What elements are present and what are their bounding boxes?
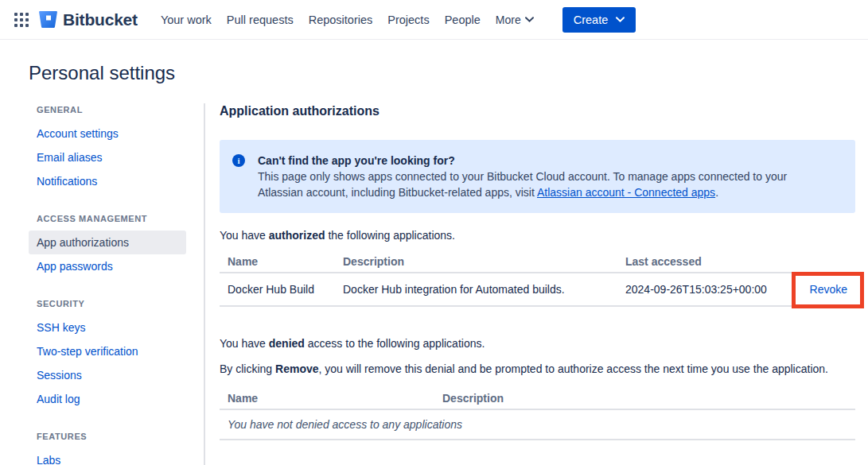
sidebar-item-sessions[interactable]: Sessions [29,363,186,387]
authorized-intro: You have authorized the following applic… [220,227,855,243]
revoke-link[interactable]: Revoke [810,283,847,296]
info-panel: i Can't find the app you're looking for?… [220,140,855,213]
info-panel-title: Can't find the app you're looking for? [258,153,831,169]
top-navigation-bar: Bitbucket Your work Pull requests Reposi… [0,0,868,40]
connected-apps-link[interactable]: Atlassian account - Connected apps [537,186,715,199]
nav-more-dropdown[interactable]: More [496,14,534,26]
table-empty-row: You have not denied access to any applic… [220,410,855,440]
sidebar-item-audit-log[interactable]: Audit log [29,387,186,411]
sidebar-item-app-passwords[interactable]: App passwords [29,254,186,278]
create-button-label: Create [574,14,609,26]
last-accessed-cell: 2024-09-26T15:03:25+00:00 [617,273,776,305]
sidebar-item-app-authorizations[interactable]: App authorizations [29,231,186,254]
authorized-apps-table: Name Description Last accessed Docker Hu… [220,251,855,307]
info-icon: i [232,154,245,167]
sidebar-heading-access-management: ACCESS MANAGEMENT [37,212,186,225]
primary-nav: Your work Pull requests Repositories Pro… [161,14,534,26]
sidebar-section-features: FEATURES Labs [29,430,186,465]
sidebar-heading-general: GENERAL [37,103,186,116]
table-row: Docker Hub Build Docker Hub integration … [220,273,855,307]
sidebar-item-notifications[interactable]: Notifications [29,169,186,193]
sidebar-item-labs[interactable]: Labs [29,448,186,465]
remove-note: By clicking Remove, you will remove this… [220,361,855,377]
column-header-description: Description [434,388,855,409]
empty-state-text: You have not denied access to any applic… [220,410,855,439]
main-content: Application authorizations i Can't find … [204,103,868,465]
nav-repositories[interactable]: Repositories [309,14,373,26]
table-header-row: Name Description Last accessed [220,251,855,273]
sidebar-item-ssh-keys[interactable]: SSH keys [29,316,186,339]
sidebar-item-two-step-verification[interactable]: Two-step verification [29,339,186,363]
column-header-name: Name [220,251,335,272]
settings-layout: GENERAL Account settings Email aliases N… [0,103,868,465]
column-header-name: Name [220,388,434,409]
column-header-last-accessed: Last accessed [617,251,776,272]
action-cell: Revoke [776,273,855,305]
create-button[interactable]: Create [562,7,636,33]
denied-apps-table: Name Description You have not denied acc… [220,388,855,440]
denied-intro: You have denied access to the following … [220,335,855,351]
sidebar-section-access-management: ACCESS MANAGEMENT App authorizations App… [29,212,186,278]
info-panel-body: This page only shows apps connected to y… [258,169,831,200]
page-title: Personal settings [29,60,868,86]
nav-projects[interactable]: Projects [387,14,429,26]
nav-more-label: More [496,14,521,26]
settings-sidebar: GENERAL Account settings Email aliases N… [29,103,186,465]
app-description-cell: Docker Hub integration for Automated bui… [335,273,617,305]
bitbucket-wordmark: Bitbucket [63,10,138,29]
app-name-cell: Docker Hub Build [220,273,335,305]
chevron-down-icon [525,17,534,22]
table-header-row: Name Description [220,388,855,410]
sidebar-item-account-settings[interactable]: Account settings [29,122,186,145]
bitbucket-logo[interactable]: Bitbucket [39,10,138,29]
sidebar-item-email-aliases[interactable]: Email aliases [29,145,186,169]
sidebar-heading-security: SECURITY [37,297,186,310]
info-panel-text: Can't find the app you're looking for? T… [258,153,831,200]
column-header-actions [776,251,855,272]
nav-pull-requests[interactable]: Pull requests [227,14,294,26]
sidebar-section-security: SECURITY SSH keys Two-step verification … [29,297,186,411]
column-header-description: Description [335,251,617,272]
sidebar-heading-features: FEATURES [37,430,186,443]
bitbucket-logo-icon [39,11,57,28]
info-body-period: . [715,186,718,199]
nav-people[interactable]: People [445,14,481,26]
chevron-down-icon [616,17,625,22]
nav-your-work[interactable]: Your work [161,14,212,26]
section-heading: Application authorizations [220,103,855,119]
sidebar-section-general: GENERAL Account settings Email aliases N… [29,103,186,193]
app-switcher-icon[interactable] [14,13,29,27]
